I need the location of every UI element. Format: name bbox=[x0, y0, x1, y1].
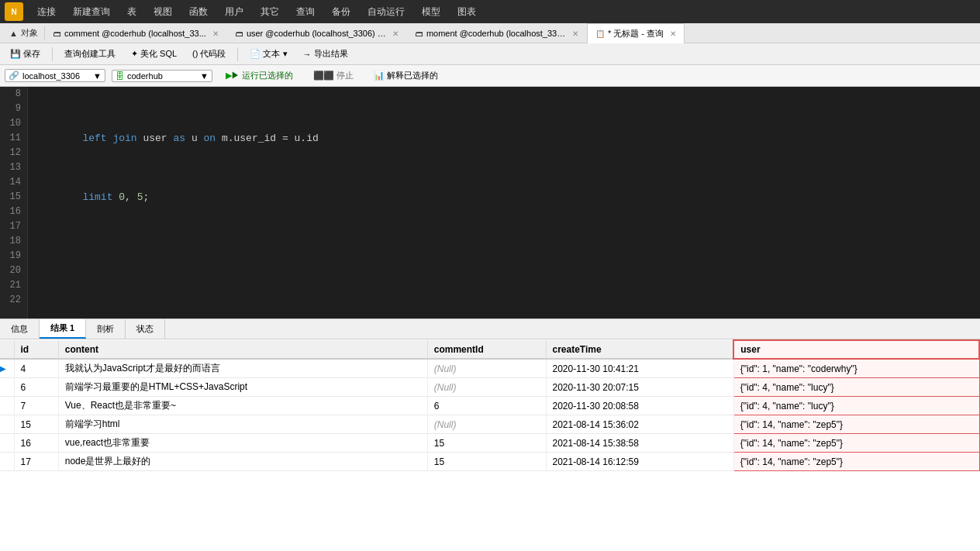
tab-object[interactable]: ▲ 对象 bbox=[3, 23, 44, 43]
cell-commentid: (Null) bbox=[427, 415, 546, 434]
db-select[interactable]: 🗄 coderhub ▼ bbox=[112, 70, 212, 82]
host-select[interactable]: 🔗 localhost_3306 ▼ bbox=[5, 69, 105, 82]
cell-content: 前端学习html bbox=[58, 415, 427, 434]
cell-content: Vue、React也是非常重要~ bbox=[58, 397, 427, 415]
cell-createtime: 2021-08-14 15:36:02 bbox=[546, 415, 733, 434]
explain-label: 解释已选择的 bbox=[387, 70, 438, 81]
col-createtime[interactable]: createTime bbox=[546, 340, 733, 359]
cell-user: {"id": 4, "name": "lucy"} bbox=[733, 378, 979, 397]
tab-comment[interactable]: 🗃 comment @coderhub (localhost_33... ✕ bbox=[45, 23, 227, 43]
nav-chart[interactable]: 图表 bbox=[450, 2, 484, 22]
cell-id: 17 bbox=[14, 453, 58, 471]
tab-moment[interactable]: 🗃 moment @coderhub (localhost_330... ✕ bbox=[407, 23, 587, 43]
obj-arrow-icon: ▲ bbox=[9, 29, 18, 38]
text-button[interactable]: 📄 文本 ▾ bbox=[244, 46, 292, 61]
stop-label: ⬛ 停止 bbox=[323, 70, 354, 81]
result-tabs: 信息 结果 1 剖析 状态 bbox=[0, 319, 980, 339]
export-icon: → bbox=[303, 50, 312, 59]
query-builder-button[interactable]: 查询创建工具 bbox=[59, 46, 121, 61]
table-row: 17node是世界上最好的152021-08-14 16:12:59{"id":… bbox=[0, 453, 979, 471]
col-arrow bbox=[0, 340, 14, 359]
cell-user: {"id": 14, "name": "zep5"} bbox=[733, 453, 979, 471]
conn-bar: 🔗 localhost_3306 ▼ 🗄 coderhub ▼ ▶ ▶ 运行已选… bbox=[0, 65, 980, 87]
cell-id: 4 bbox=[14, 359, 58, 378]
tab-close-icon2[interactable]: ✕ bbox=[392, 29, 399, 38]
tab-bar: ▲ 对象 🗃 comment @coderhub (localhost_33..… bbox=[0, 23, 980, 43]
stop-button[interactable]: ⬛ ⬛ 停止 bbox=[306, 67, 361, 84]
cell-commentid: (Null) bbox=[427, 378, 546, 397]
save-icon: 💾 bbox=[10, 49, 21, 59]
tab-profile[interactable]: 剖析 bbox=[86, 319, 126, 339]
cell-user: {"id": 1, "name": "coderwhy"} bbox=[733, 359, 979, 378]
nav-user[interactable]: 用户 bbox=[217, 2, 251, 22]
host-label: localhost_3306 bbox=[22, 71, 80, 81]
col-commentid[interactable]: commentId bbox=[427, 340, 546, 359]
cell-createtime: 2021-08-14 15:38:58 bbox=[546, 434, 733, 453]
cell-user: {"id": 14, "name": "zep5"} bbox=[733, 434, 979, 453]
star-icon: ✦ bbox=[131, 49, 138, 59]
cell-content: 我就认为JavaScript才是最好的而语言 bbox=[58, 359, 427, 378]
tab-user[interactable]: 🗃 user @coderhub (localhost_3306) - 表 ✕ bbox=[227, 23, 407, 43]
doc-icon: 📄 bbox=[250, 49, 261, 59]
tab-close-icon3[interactable]: ✕ bbox=[572, 29, 578, 38]
table-body: ▶4我就认为JavaScript才是最好的而语言(Null)2020-11-30… bbox=[0, 359, 979, 471]
explain-icon: 📊 bbox=[374, 71, 385, 81]
tab-status[interactable]: 状态 bbox=[126, 319, 165, 339]
tab-user-label: user @coderhub (localhost_3306) - 表 bbox=[247, 28, 386, 40]
table-row: 15前端学习html(Null)2021-08-14 15:36:02{"id"… bbox=[0, 415, 979, 434]
code-editor[interactable]: 8 9 10 11 12 13 14 15 16 17 18 19 20 21 … bbox=[0, 87, 980, 319]
tab-query[interactable]: 📋 * 无标题 - 查询 ✕ bbox=[587, 23, 685, 43]
nav-query[interactable]: 查询 bbox=[288, 2, 323, 22]
tab-info[interactable]: 信息 bbox=[0, 319, 40, 339]
nav-other[interactable]: 其它 bbox=[253, 2, 287, 22]
table-row: 6前端学习最重要的是HTML+CSS+JavaScript(Null)2020-… bbox=[0, 378, 979, 397]
cell-id: 6 bbox=[14, 378, 58, 397]
obj-label: 对象 bbox=[21, 27, 38, 39]
tab-close-icon[interactable]: ✕ bbox=[212, 29, 219, 38]
beautify-sql-button[interactable]: ✦ 美化 SQL bbox=[126, 46, 182, 61]
code-line-11 bbox=[34, 308, 974, 319]
col-content[interactable]: content bbox=[58, 340, 427, 359]
top-nav: N 连接 新建查询 表 视图 函数 用户 其它 查询 备份 自动运行 模型 图表 bbox=[0, 0, 980, 23]
row-arrow bbox=[0, 397, 14, 415]
cell-user: {"id": 14, "name": "zep5"} bbox=[733, 415, 979, 434]
code-snippet-button[interactable]: () 代码段 bbox=[187, 46, 231, 61]
export-button[interactable]: → 导出结果 bbox=[298, 46, 354, 61]
nav-model[interactable]: 模型 bbox=[414, 2, 448, 22]
nav-function[interactable]: 函数 bbox=[181, 2, 216, 22]
row-arrow: ▶ bbox=[0, 359, 14, 378]
cell-createtime: 2020-11-30 10:41:21 bbox=[546, 359, 733, 378]
row-arrow bbox=[0, 378, 14, 397]
tab-db-icon: 🗃 bbox=[53, 29, 61, 38]
db-connect-icon: 🔗 bbox=[9, 71, 19, 81]
nav-new-query[interactable]: 新建查询 bbox=[65, 2, 118, 22]
code-line-8: left join user as u on m.user_id = u.id bbox=[34, 131, 974, 146]
sep1 bbox=[52, 47, 53, 61]
chevron-down-icon: ▼ bbox=[93, 71, 102, 81]
cell-createtime: 2020-11-30 20:07:15 bbox=[546, 378, 733, 397]
tab-close-icon4[interactable]: ✕ bbox=[670, 29, 676, 38]
tab-result1[interactable]: 结果 1 bbox=[40, 319, 86, 339]
run-label: ▶ 运行已选择的 bbox=[231, 70, 293, 81]
code-lines[interactable]: left join user as u on m.user_id = u.id … bbox=[28, 87, 980, 319]
nav-table[interactable]: 表 bbox=[119, 2, 144, 22]
cell-createtime: 2021-08-14 16:12:59 bbox=[546, 453, 733, 471]
run-button[interactable]: ▶ ▶ 运行已选择的 bbox=[219, 67, 300, 84]
code-line-10 bbox=[34, 249, 974, 263]
tab-query-label: * 无标题 - 查询 bbox=[608, 28, 664, 40]
cell-commentid: 15 bbox=[427, 453, 546, 471]
result-table[interactable]: id content commentId createTime user ▶4我… bbox=[0, 339, 980, 551]
save-button[interactable]: 💾 保存 bbox=[5, 46, 46, 61]
nav-view[interactable]: 视图 bbox=[146, 2, 180, 22]
explain-button[interactable]: 📊 解释已选择的 bbox=[367, 67, 445, 84]
col-id[interactable]: id bbox=[14, 340, 58, 359]
nav-autorun[interactable]: 自动运行 bbox=[360, 2, 412, 22]
cell-content: node是世界上最好的 bbox=[58, 453, 427, 471]
db-icon: 🗄 bbox=[116, 71, 124, 81]
app-logo: N bbox=[5, 2, 23, 21]
cell-commentid: 6 bbox=[427, 397, 546, 415]
nav-connect[interactable]: 连接 bbox=[29, 2, 64, 22]
col-user[interactable]: user bbox=[733, 340, 979, 359]
nav-backup[interactable]: 备份 bbox=[324, 2, 358, 22]
line-numbers: 8 9 10 11 12 13 14 15 16 17 18 19 20 21 … bbox=[0, 87, 28, 319]
